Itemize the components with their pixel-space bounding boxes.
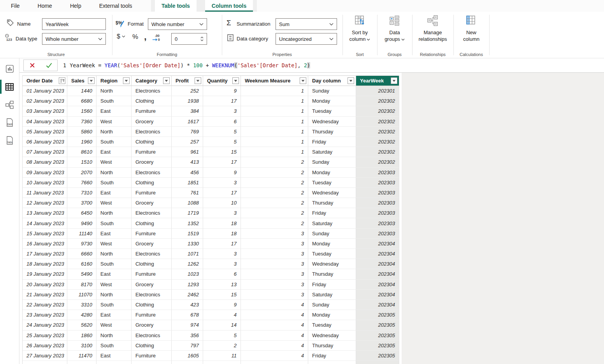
filter-dropdown-button[interactable] xyxy=(88,77,95,84)
table-cell[interactable]: South xyxy=(97,341,132,351)
table-cell[interactable]: Clothing xyxy=(132,137,172,147)
menu-external-tools[interactable]: External tools xyxy=(99,3,132,9)
table-cell[interactable]: 7360 xyxy=(67,117,97,127)
table-cell[interactable]: 03 January 2023 xyxy=(23,106,67,116)
table-cell[interactable]: 3 xyxy=(241,290,308,300)
table-cell[interactable]: West xyxy=(97,361,132,364)
table-cell[interactable]: 413 xyxy=(172,157,203,167)
table-cell[interactable]: 1330 xyxy=(172,239,203,249)
commit-formula-button[interactable] xyxy=(40,60,57,71)
table-cell[interactable]: 257 xyxy=(172,137,203,147)
table-cell[interactable]: 4 xyxy=(241,341,308,351)
table-cell[interactable]: 10 xyxy=(203,198,241,208)
table-cell[interactable]: 5700 xyxy=(67,361,97,364)
table-cell[interactable]: Sunday xyxy=(308,86,356,96)
table-cell[interactable]: 11140 xyxy=(67,229,97,239)
table-cell[interactable]: 974 xyxy=(172,320,203,330)
table-cell[interactable]: 6660 xyxy=(67,249,97,259)
table-cell[interactable]: 17 January 2023 xyxy=(23,249,67,259)
dax-query-view-button[interactable]: DAX xyxy=(0,114,19,131)
table-cell[interactable]: 22 January 2023 xyxy=(23,300,67,310)
format-select[interactable]: Whole number xyxy=(148,18,207,30)
table-cell[interactable]: Electronics xyxy=(132,331,172,341)
table-cell[interactable]: North xyxy=(97,290,132,300)
table-cell[interactable]: 08 January 2023 xyxy=(23,157,67,167)
table-cell[interactable]: Electronics xyxy=(132,86,172,96)
table-cell[interactable]: Monday xyxy=(308,310,356,320)
table-cell[interactable]: 1440 xyxy=(67,86,97,96)
table-cell[interactable]: 1293 xyxy=(172,280,203,290)
table-cell[interactable]: 05 January 2023 xyxy=(23,127,67,137)
table-cell[interactable]: Furniture xyxy=(132,147,172,157)
table-cell[interactable]: 252 xyxy=(172,86,203,96)
table-cell[interactable]: 18 xyxy=(203,229,241,239)
table-cell[interactable]: Furniture xyxy=(132,106,172,116)
table-cell[interactable]: 202305 xyxy=(356,351,399,361)
column-header-yearweek[interactable]: YearWeek xyxy=(356,75,399,86)
table-cell[interactable]: Friday xyxy=(308,280,356,290)
table-cell[interactable]: 1071 xyxy=(172,249,203,259)
table-cell[interactable]: South xyxy=(97,178,132,188)
dax-formula-input[interactable]: 1 YearWeek = YEAR('Sales'[Order Date]) *… xyxy=(63,62,310,68)
table-cell[interactable]: Wednesday xyxy=(308,117,356,127)
table-cell[interactable]: 797 xyxy=(172,341,203,351)
table-cell[interactable]: 8170 xyxy=(67,280,97,290)
table-cell[interactable]: North xyxy=(97,86,132,96)
table-cell[interactable]: Grocery xyxy=(132,361,172,364)
table-cell[interactable]: East xyxy=(97,188,132,198)
table-cell[interactable]: Clothing xyxy=(132,300,172,310)
new-column-button[interactable]: New column xyxy=(460,15,482,42)
table-cell[interactable]: 202303 xyxy=(356,168,399,178)
spinner-down-icon[interactable] xyxy=(200,39,204,41)
table-cell[interactable]: 13 xyxy=(203,280,241,290)
table-cell[interactable]: 11470 xyxy=(67,351,97,361)
table-cell[interactable]: 1617 xyxy=(172,117,203,127)
table-cell[interactable]: Thursday xyxy=(308,198,356,208)
table-cell[interactable]: 5 xyxy=(203,331,241,341)
table-cell[interactable]: Electronics xyxy=(132,249,172,259)
table-cell[interactable]: Electronics xyxy=(132,208,172,218)
table-cell[interactable]: Monday xyxy=(308,239,356,249)
column-header-profit[interactable]: Profit xyxy=(172,75,203,86)
table-cell[interactable]: Saturday xyxy=(308,361,356,364)
table-cell[interactable]: 2070 xyxy=(67,168,97,178)
table-cell[interactable]: 4 xyxy=(241,351,308,361)
table-cell[interactable]: 3 xyxy=(203,106,241,116)
currency-format-button[interactable]: $ xyxy=(117,33,125,40)
table-cell[interactable]: East xyxy=(97,351,132,361)
table-cell[interactable]: 1 xyxy=(241,106,308,116)
table-cell[interactable]: 2 xyxy=(241,157,308,167)
table-cell[interactable]: 1352 xyxy=(172,218,203,228)
table-cell[interactable]: 202302 xyxy=(356,106,399,116)
table-cell[interactable]: 16 January 2023 xyxy=(23,239,67,249)
table-cell[interactable]: West xyxy=(97,157,132,167)
table-cell[interactable]: 202305 xyxy=(356,320,399,330)
table-cell[interactable]: 3310 xyxy=(67,300,97,310)
table-cell[interactable]: 202304 xyxy=(356,280,399,290)
table-cell[interactable]: 04 January 2023 xyxy=(23,117,67,127)
table-cell[interactable]: 356 xyxy=(172,331,203,341)
table-cell[interactable]: 4 xyxy=(241,331,308,341)
table-cell[interactable]: 202304 xyxy=(356,249,399,259)
table-cell[interactable]: Tuesday xyxy=(308,178,356,188)
column-header-quantity[interactable]: Quantity xyxy=(203,75,241,86)
table-cell[interactable]: Furniture xyxy=(132,269,172,279)
table-cell[interactable]: 7310 xyxy=(67,188,97,198)
table-cell[interactable]: Monday xyxy=(308,96,356,106)
table-cell[interactable]: 4 xyxy=(203,310,241,320)
table-cell[interactable]: Grocery xyxy=(132,157,172,167)
report-view-button[interactable] xyxy=(0,60,19,78)
table-cell[interactable]: 9 xyxy=(203,300,241,310)
table-cell[interactable]: Wednesday xyxy=(308,188,356,198)
table-cell[interactable]: South xyxy=(97,300,132,310)
table-cell[interactable]: 3 xyxy=(203,259,241,269)
table-cell[interactable]: Thursday xyxy=(308,127,356,137)
table-cell[interactable]: 1 xyxy=(241,137,308,147)
menu-help[interactable]: Help xyxy=(70,3,81,9)
table-cell[interactable]: Furniture xyxy=(132,351,172,361)
table-cell[interactable]: Tuesday xyxy=(308,106,356,116)
table-cell[interactable]: East xyxy=(97,310,132,320)
table-cell[interactable]: 1560 xyxy=(67,106,97,116)
table-cell[interactable]: Wednesday xyxy=(308,331,356,341)
table-cell[interactable]: 25 January 2023 xyxy=(23,331,67,341)
